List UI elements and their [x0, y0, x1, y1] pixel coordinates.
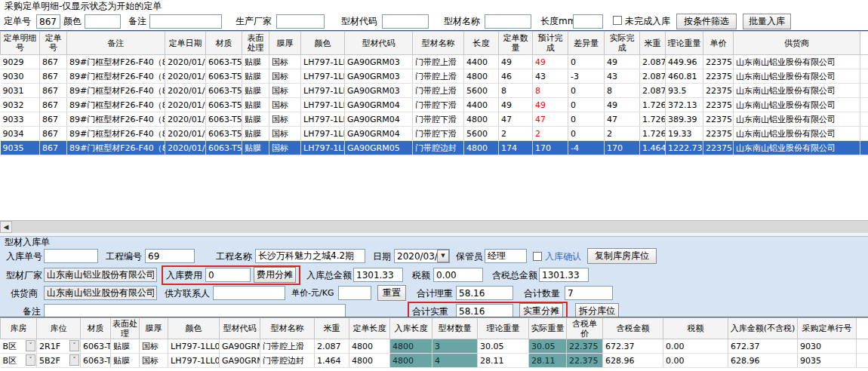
cell[interactable]: 2020/01/13	[165, 55, 206, 69]
cell[interactable]: 43	[533, 69, 568, 84]
cell[interactable]: 6063-T5	[81, 354, 111, 368]
cell[interactable]: 389.39	[666, 112, 703, 127]
cell[interactable]: 2020/01/13	[165, 84, 206, 98]
cell[interactable]: 867	[40, 84, 67, 98]
cell[interactable]: LH797-1LL0	[301, 127, 345, 141]
column-header[interactable]: 定单明细号	[1, 32, 40, 55]
dropdown-arrow-icon[interactable]: ˅	[26, 354, 35, 366]
project-name-input[interactable]	[255, 249, 365, 263]
cell[interactable]: 门带腔上滑	[260, 339, 315, 354]
cell[interactable]: 49	[533, 55, 568, 69]
column-header[interactable]: 型材名称	[413, 32, 464, 55]
column-header[interactable]: 供货商	[734, 32, 860, 55]
column-header[interactable]: 型材数量	[432, 318, 478, 339]
filter-by-condition-button[interactable]: 按条件筛选	[676, 14, 737, 29]
column-header[interactable]: 备注	[67, 32, 165, 55]
inbound-confirm-checkbox[interactable]	[533, 252, 542, 261]
cell[interactable]: 30.05	[478, 339, 529, 354]
profile-name-filter-input[interactable]	[485, 14, 531, 29]
column-header[interactable]: 颜色	[301, 32, 345, 55]
cell[interactable]: -4	[568, 141, 605, 155]
cell[interactable]: 1.726	[640, 127, 666, 141]
cell[interactable]: 贴膜	[242, 127, 269, 141]
cell[interactable]: 49	[533, 98, 568, 112]
cell[interactable]: 22375	[703, 98, 734, 112]
cell[interactable]: 国标	[269, 98, 301, 112]
cell[interactable]: 22375	[703, 127, 734, 141]
cell[interactable]: GA90GRM03	[345, 55, 413, 69]
profile-code-filter-input[interactable]	[382, 14, 429, 29]
cell[interactable]: LH797-1LL0	[301, 98, 345, 112]
cell[interactable]: 1.726	[640, 98, 666, 112]
column-header[interactable]: 含税金额	[603, 318, 663, 339]
cell[interactable]: B区˅	[1, 339, 37, 354]
cell[interactable]: 867	[40, 98, 67, 112]
cell[interactable]: 山东南山铝业股份有限公司	[734, 55, 860, 69]
unit-price-input[interactable]	[338, 286, 371, 300]
cell[interactable]: 山东南山铝业股份有限公司	[734, 69, 860, 84]
cell[interactable]: 0.00	[663, 339, 728, 354]
column-header[interactable]: 定单日期	[165, 32, 206, 55]
column-header[interactable]: 库位	[37, 318, 81, 339]
cell[interactable]: 89#门框型材F26-F40（866+867）	[67, 127, 165, 141]
cell[interactable]: B区˅	[1, 354, 37, 368]
table-row[interactable]: 903386789#门框型材F26-F40（866+867）2020/01/13…	[1, 112, 868, 127]
cell[interactable]: 门带腔边封	[413, 141, 464, 155]
column-header[interactable]: 材质	[81, 318, 111, 339]
cell[interactable]: GA90GRM04	[345, 127, 413, 141]
cell[interactable]: 9035	[798, 354, 857, 368]
inbound-no-input[interactable]	[44, 249, 98, 263]
cell[interactable]: 89#门框型材F26-F40（866+867）	[67, 98, 165, 112]
cell[interactable]: LH797-1LL0	[301, 141, 345, 155]
cell[interactable]: 89#门框型材F26-F40（866+867）	[67, 84, 165, 98]
column-header[interactable]: 采购定单行号	[798, 318, 857, 339]
cell[interactable]: 国标	[269, 84, 301, 98]
supplier-contact-input[interactable]	[213, 286, 285, 300]
column-header[interactable]: 材质	[206, 32, 242, 55]
cell[interactable]: 89#门框型材F26-F40（866+867）	[67, 141, 165, 155]
cell[interactable]: GA90GRM05	[220, 354, 260, 368]
cell[interactable]: LH797-1LL0	[301, 84, 345, 98]
column-header[interactable]: 差异量	[568, 32, 605, 55]
cell[interactable]: 贴膜	[111, 354, 140, 368]
horizontal-scrollbar[interactable]: ◀	[0, 220, 868, 233]
cell[interactable]: LH797-1LL0	[301, 55, 345, 69]
cell[interactable]: 贴膜	[242, 84, 269, 98]
column-header[interactable]: 型材名称	[260, 318, 315, 339]
supplier-input[interactable]	[44, 286, 157, 300]
cell[interactable]: 0	[568, 112, 605, 127]
cell[interactable]: 6063-T5	[206, 69, 242, 84]
cell[interactable]: 47	[533, 112, 568, 127]
cell[interactable]: 628.96	[728, 354, 798, 368]
cell[interactable]: 5600	[464, 127, 499, 141]
table-row[interactable]: 903486789#门框型材F26-F40（866+867）2020/01/13…	[1, 127, 868, 141]
cell[interactable]: 贴膜	[242, 98, 269, 112]
total-with-tax-input[interactable]	[539, 268, 589, 282]
cell[interactable]: 1222.73	[666, 141, 703, 155]
column-header[interactable]: 表面处理	[111, 318, 140, 339]
color-filter-input[interactable]	[85, 14, 121, 29]
cell[interactable]: 2020/01/13	[165, 112, 206, 127]
cell[interactable]: 门带腔边封	[260, 354, 315, 368]
column-header[interactable]: 定单数量	[499, 32, 533, 55]
cell[interactable]: 89#门框型材F26-F40（866+867）	[67, 55, 165, 69]
cell[interactable]: 628.96	[603, 354, 663, 368]
column-header[interactable]: 预计完成	[533, 32, 568, 55]
cell[interactable]: 4800	[464, 112, 499, 127]
cell[interactable]: 22375	[703, 112, 734, 127]
column-header[interactable]: 实际重量	[529, 318, 567, 339]
cell[interactable]: 30.05	[529, 339, 567, 354]
cell[interactable]: 672.37	[603, 339, 663, 354]
cell[interactable]: 9033	[1, 112, 40, 127]
cell[interactable]: 9030	[798, 339, 857, 354]
column-header[interactable]: 型材代码	[220, 318, 260, 339]
total-theory-input[interactable]	[456, 286, 513, 300]
cell[interactable]: 贴膜	[242, 112, 269, 127]
project-no-input[interactable]	[145, 249, 195, 263]
cell[interactable]: 2020/01/13	[165, 98, 206, 112]
cell[interactable]: 8	[499, 84, 533, 98]
cell[interactable]: 1.726	[640, 112, 666, 127]
table-row[interactable]: 903586789#门框型材F26-F40（866+867）2020/01/13…	[1, 141, 868, 155]
cell[interactable]: 0	[568, 84, 605, 98]
factory-input[interactable]	[44, 268, 157, 282]
